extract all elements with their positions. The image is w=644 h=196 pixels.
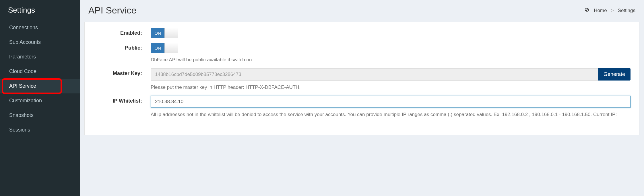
sidebar-item-label: Cloud Code <box>9 68 36 74</box>
sidebar: Settings Connections Sub Accounts Parame… <box>0 0 80 196</box>
ip-whitelist-label: IP Whitelist: <box>93 96 151 104</box>
enabled-toggle[interactable]: ON <box>151 28 178 38</box>
sidebar-item-label: API Service <box>9 83 36 89</box>
public-help-text: DbFace API will be public available if s… <box>151 56 631 64</box>
sidebar-item-api-service[interactable]: API Service <box>0 79 80 93</box>
breadcrumb-separator: > <box>611 8 614 13</box>
page-title: API Service <box>88 5 136 16</box>
master-key-label: Master Key: <box>93 68 151 77</box>
form-row-public: Public: ON DbFace API will be public ava… <box>93 43 631 64</box>
breadcrumb: Home > Settings <box>584 7 635 13</box>
breadcrumb-home[interactable]: Home <box>594 8 607 13</box>
toggle-on-label: ON <box>151 43 164 53</box>
form-row-enabled: Enabled: ON <box>93 28 631 38</box>
toggle-handle <box>164 28 178 38</box>
sidebar-item-label: Connections <box>9 25 38 30</box>
ip-whitelist-help-text: All ip addresses not in the whitelist wi… <box>151 111 631 118</box>
sidebar-item-label: Sessions <box>9 127 30 133</box>
sidebar-item-cloud-code[interactable]: Cloud Code <box>0 64 80 79</box>
sidebar-item-parameters[interactable]: Parameters <box>0 50 80 64</box>
toggle-on-label: ON <box>151 28 164 38</box>
sidebar-item-snapshots[interactable]: Snapshots <box>0 108 80 123</box>
dashboard-icon <box>584 7 590 13</box>
breadcrumb-current: Settings <box>618 8 635 13</box>
toggle-handle <box>164 43 178 53</box>
sidebar-item-label: Snapshots <box>9 112 34 118</box>
generate-button[interactable]: Generate <box>598 68 631 81</box>
form-row-master-key: Master Key: Generate Please put the mast… <box>93 68 631 91</box>
public-label: Public: <box>93 43 151 51</box>
public-toggle[interactable]: ON <box>151 43 178 53</box>
sidebar-title: Settings <box>0 0 80 20</box>
main-content: API Service Home > Settings Enabled: ON <box>80 0 644 196</box>
sidebar-item-sessions[interactable]: Sessions <box>0 123 80 137</box>
form-panel: Enabled: ON Public: ON DbFace API will <box>84 22 639 135</box>
sidebar-item-label: Parameters <box>9 54 36 60</box>
enabled-label: Enabled: <box>93 28 151 36</box>
sidebar-item-sub-accounts[interactable]: Sub Accounts <box>0 35 80 50</box>
sidebar-item-customization[interactable]: Customization <box>0 93 80 108</box>
sidebar-item-label: Customization <box>9 98 42 103</box>
master-key-help-text: Please put the master key in HTTP header… <box>151 83 631 91</box>
master-key-input[interactable] <box>151 68 598 81</box>
header: API Service Home > Settings <box>80 0 644 22</box>
ip-whitelist-input[interactable] <box>151 96 631 108</box>
form-row-ip-whitelist: IP Whitelist: All ip addresses not in th… <box>93 96 631 118</box>
sidebar-item-label: Sub Accounts <box>9 39 41 45</box>
sidebar-item-connections[interactable]: Connections <box>0 20 80 35</box>
